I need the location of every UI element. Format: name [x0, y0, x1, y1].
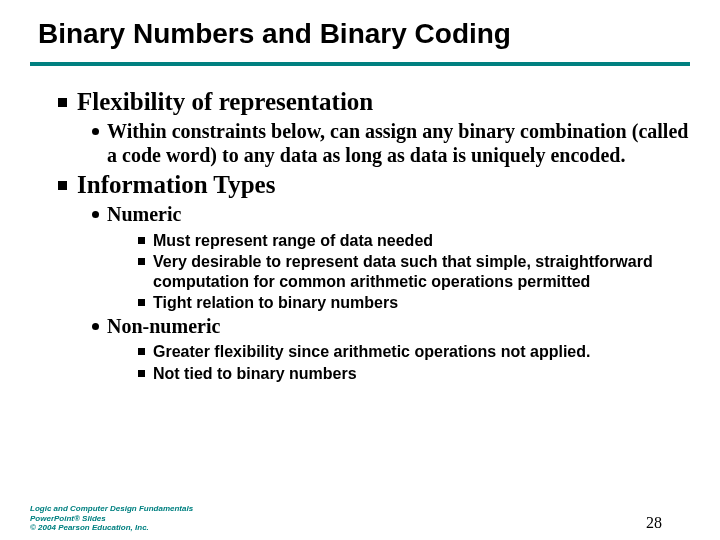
footer-line2: PowerPoint® Slides	[30, 514, 193, 523]
subbullet-text: Within constraints below, can assign any…	[107, 120, 690, 167]
square-bullet-icon	[58, 98, 67, 107]
square-bullet-icon	[58, 181, 67, 190]
subbullet-flex-desc: Within constraints below, can assign any…	[92, 120, 690, 167]
square-bullet-icon	[138, 370, 145, 377]
square-bullet-icon	[138, 299, 145, 306]
subsub-nonnumeric-1: Greater flexibility since arithmetic ope…	[138, 342, 690, 362]
bullet-text: Flexibility of representation	[77, 88, 373, 116]
square-bullet-icon	[138, 237, 145, 244]
bullet-text: Information Types	[77, 171, 275, 199]
bullet-flexibility: Flexibility of representation	[58, 88, 690, 116]
dot-bullet-icon	[92, 128, 99, 135]
dot-bullet-icon	[92, 211, 99, 218]
slide-title: Binary Numbers and Binary Coding	[30, 18, 690, 50]
square-bullet-icon	[138, 348, 145, 355]
dot-bullet-icon	[92, 323, 99, 330]
subsub-text: Must represent range of data needed	[153, 231, 433, 251]
footer-logo: Logic and Computer Design Fundamentals P…	[30, 504, 193, 532]
subsub-text: Very desirable to represent data such th…	[153, 252, 690, 291]
subsub-numeric-2: Very desirable to represent data such th…	[138, 252, 690, 291]
subbullet-text: Numeric	[107, 203, 181, 227]
subbullet-nonnumeric: Non-numeric	[92, 315, 690, 339]
subsub-numeric-3: Tight relation to binary numbers	[138, 293, 690, 313]
subsub-numeric-1: Must represent range of data needed	[138, 231, 690, 251]
bullet-info-types: Information Types	[58, 171, 690, 199]
square-bullet-icon	[138, 258, 145, 265]
subsub-text: Not tied to binary numbers	[153, 364, 357, 384]
footer-line1: Logic and Computer Design Fundamentals	[30, 504, 193, 513]
slide: Binary Numbers and Binary Coding Flexibi…	[0, 0, 720, 540]
subbullet-numeric: Numeric	[92, 203, 690, 227]
title-divider	[30, 62, 690, 66]
footer-line3: © 2004 Pearson Education, Inc.	[30, 523, 193, 532]
subsub-text: Tight relation to binary numbers	[153, 293, 398, 313]
subsub-text: Greater flexibility since arithmetic ope…	[153, 342, 590, 362]
slide-footer: Logic and Computer Design Fundamentals P…	[30, 504, 690, 532]
subbullet-text: Non-numeric	[107, 315, 220, 339]
subsub-nonnumeric-2: Not tied to binary numbers	[138, 364, 690, 384]
page-number: 28	[646, 514, 690, 532]
